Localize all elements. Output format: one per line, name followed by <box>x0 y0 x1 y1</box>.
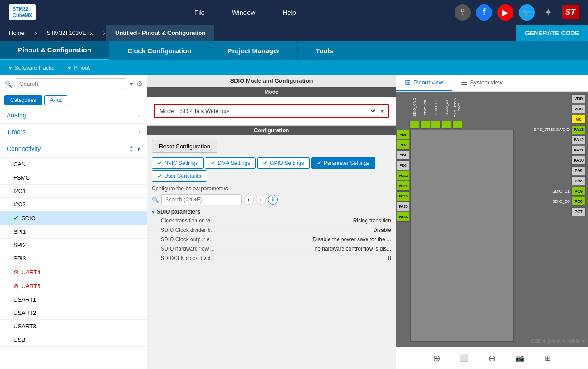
breadcrumb-device[interactable]: STM32F103VETx <box>38 25 102 41</box>
tab-tools[interactable]: Tools <box>298 41 351 60</box>
top-icons: 10 th f ▶ 🐦 ✦ ST <box>455 4 579 21</box>
center-panel: SDIO Mode and Configuration Mode Mode SD… <box>147 75 396 369</box>
mode-section-label: Mode <box>147 87 396 97</box>
mode-select[interactable]: SD 4 bits Wide bus <box>179 107 376 115</box>
settings-tab-parameter-settings[interactable]: ✔Parameter Settings <box>311 157 375 169</box>
sidebar-item-usart3[interactable]: USART3 <box>0 320 147 333</box>
sidebar-item-spi1[interactable]: SPI1 <box>0 225 147 239</box>
chip-body <box>410 130 514 342</box>
params-group-header[interactable]: ▾SDIO parameters <box>152 209 391 215</box>
breadcrumb-home[interactable]: Home <box>0 25 33 41</box>
search-icon2: 🔍 <box>152 197 159 203</box>
tab-categories[interactable]: Categories <box>4 95 42 105</box>
sidebar-item-fsmc[interactable]: FSMC <box>0 171 147 184</box>
menu-file[interactable]: File <box>194 8 205 16</box>
row-pin-pc10: PC10 <box>397 191 409 201</box>
top-pin-d2: SDIO_D2 <box>442 94 451 129</box>
row-pin-pd1: PD1 <box>397 150 409 160</box>
sidebar-item-uart4[interactable]: ⊘UART4 <box>0 265 147 279</box>
right-pin-nc: NC <box>522 114 586 124</box>
main-content: 🔍 ▾ ⚙ Categories A->Z Analog › Timers › … <box>0 75 588 369</box>
settings-tab-gpio-settings[interactable]: ✔GPIO Settings <box>257 157 310 169</box>
sidebar: 🔍 ▾ ⚙ Categories A->Z Analog › Timers › … <box>0 75 147 369</box>
system-view-icon: ☰ <box>461 78 467 87</box>
menu-window[interactable]: Window <box>232 8 255 16</box>
screenshot-button[interactable]: 📷 <box>513 351 527 365</box>
tab-pinout-view[interactable]: ⊞ Pinout view <box>396 75 452 91</box>
sidebar-item-can[interactable]: CAN <box>0 158 147 171</box>
settings-tab-nvic-settings[interactable]: ✔NVIC Settings <box>152 157 204 169</box>
sidebar-item-sdio[interactable]: ✔SDIO <box>0 211 147 225</box>
generate-code-button[interactable]: GENERATE CODE <box>516 25 588 41</box>
chevron-right-icon2: › <box>138 129 140 135</box>
sidebar-item-spi2[interactable]: SPI2 <box>0 239 147 252</box>
row-pin-pa15: PA15 <box>397 201 409 211</box>
sidebar-item-usart2[interactable]: USART2 <box>0 306 147 320</box>
badge-icon: 10 th <box>455 4 471 21</box>
next-param-button[interactable]: › <box>256 195 266 205</box>
sidebar-item-uart5[interactable]: ⊘UART5 <box>0 279 147 293</box>
tab-az[interactable]: A->Z <box>44 95 67 105</box>
logo-line2: CubeMX <box>13 13 32 18</box>
sidebar-item-i2c2[interactable]: I2C2 <box>0 198 147 211</box>
mode-label: Mode <box>159 108 174 114</box>
tab-pinout[interactable]: Pinout & Configuration <box>0 41 109 60</box>
twitter-icon[interactable]: 🐦 <box>519 4 535 21</box>
sidebar-tabs: Categories A->Z <box>0 93 147 107</box>
row-pin-pa14: PA14 <box>397 212 409 222</box>
st-icon[interactable]: ST <box>562 5 579 19</box>
sidebar-item-usart1[interactable]: USART1 <box>0 293 147 306</box>
sidebar-item-usb[interactable]: USB <box>0 333 147 347</box>
tab-system-view[interactable]: ☰ System view <box>452 75 511 91</box>
logo-area: STM32 CubeMX <box>9 4 36 20</box>
sub-toolbar: ▾ Software Packs ▾ Pinout <box>0 60 588 75</box>
tab-clock[interactable]: Clock Configuration <box>109 41 209 60</box>
expand-button[interactable]: ⊞ <box>540 351 555 365</box>
info-button[interactable]: ℹ <box>268 195 278 205</box>
reset-config-button[interactable]: Reset Configuration <box>152 140 217 153</box>
right-pin-pc9: SDIO_D1PC9 <box>522 186 586 196</box>
sidebar-item-i2c1[interactable]: I2C1 <box>0 184 147 198</box>
top-pin-cmd: SDIO_CMD <box>409 94 419 129</box>
param-row: SDIO hardware flow ...The hardware contr… <box>152 244 391 254</box>
settings-tab-dma-settings[interactable]: ✔DMA Settings <box>205 157 256 169</box>
right-pin-vss: VSS <box>522 104 586 114</box>
search-icon: 🔍 <box>4 80 12 88</box>
top-pin-jtck: SYS_JTCK-SWC <box>452 94 462 129</box>
right-pin-vdd: VDD <box>522 94 586 104</box>
software-packs-menu[interactable]: ▾ Software Packs <box>9 64 54 71</box>
chevron-right-icon: › <box>138 112 140 118</box>
search-dropdown-icon[interactable]: ▾ <box>130 81 133 87</box>
logo-line1: STM32 <box>13 6 28 12</box>
settings-icon[interactable]: ⚙ <box>136 80 142 88</box>
logo: STM32 CubeMX <box>9 4 36 20</box>
top-menu: File Window Help <box>194 8 296 16</box>
mode-content: Mode SD 4 bits Wide bus ▾ <box>147 97 396 126</box>
search-input[interactable] <box>16 78 126 89</box>
pinout-menu[interactable]: ▾ Pinout <box>68 64 90 71</box>
param-row: Clock transition on w...Rising transitio… <box>152 216 391 226</box>
youtube-icon[interactable]: ▶ <box>497 4 513 21</box>
tab-project-manager[interactable]: Project Manager <box>209 41 298 60</box>
row-pin-pc11: PC11 <box>397 181 409 191</box>
breadcrumb: Home › STM32F103VETx › Untitled - Pinout… <box>0 25 588 41</box>
sidebar-item-connectivity[interactable]: Connectivity ▲ ▼ ▾ <box>0 140 147 158</box>
menu-help[interactable]: Help <box>282 8 296 16</box>
network-icon[interactable]: ✦ <box>540 4 556 21</box>
breadcrumb-project[interactable]: Untitled - Pinout & Configuration <box>106 25 214 41</box>
sidebar-item-analog[interactable]: Analog › <box>0 107 147 124</box>
zoom-in-button[interactable]: ⊕ <box>430 351 444 365</box>
pinout-bottom-toolbar: ⊕ ⬜ ⊖ 📷 ⊞ <box>396 347 588 369</box>
sidebar-item-timers[interactable]: Timers › <box>0 124 147 140</box>
dropdown-arrow-icon: ▾ <box>9 64 12 71</box>
settings-tab-user-constants[interactable]: ✔User Constants <box>152 170 207 182</box>
row-pin-pd0: PD0 <box>397 160 409 170</box>
zoom-out-button[interactable]: ⊖ <box>485 351 499 365</box>
breadcrumb-arrow1: › <box>33 28 38 38</box>
fit-button[interactable]: ⬜ <box>457 351 471 365</box>
prev-param-button[interactable]: ‹ <box>244 195 254 205</box>
params-search-input[interactable] <box>161 194 242 205</box>
pinout-view-icon: ⊞ <box>405 78 411 87</box>
facebook-icon[interactable]: f <box>476 4 492 21</box>
sidebar-item-spi3[interactable]: SPI3 <box>0 252 147 265</box>
